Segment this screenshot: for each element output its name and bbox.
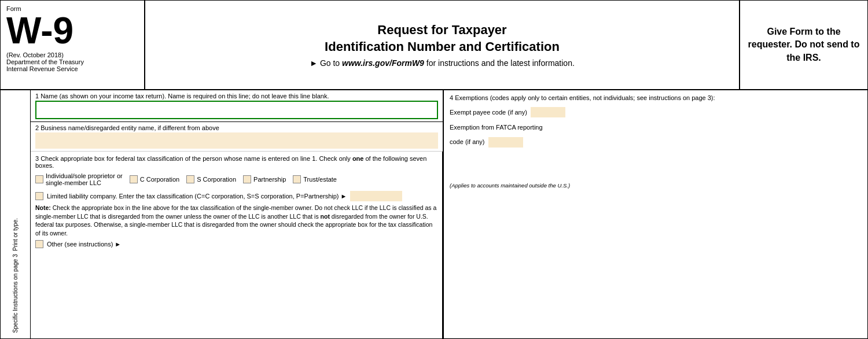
field1-row: 1 Name (as shown on your income tax retu… (31, 90, 443, 122)
note-text: Note: Check the appropriate box in the l… (35, 204, 437, 238)
exempt-row: Exempt payee code (if any) (450, 107, 862, 117)
rev-date: (Rev. October 2018) (6, 51, 138, 58)
main-title: Request for Taxpayer Identification Numb… (325, 22, 560, 55)
other-row: Other (see instructions) ► (35, 240, 437, 248)
checkbox-scorp: S Corporation (186, 175, 236, 183)
form-number: W-9 (6, 12, 138, 49)
dept-line2: Internal Revenue Service (6, 65, 138, 72)
checkbox-llc-box[interactable] (35, 192, 43, 200)
llc-label: Limited liability company. Enter the tax… (47, 193, 347, 200)
content-panel: 1 Name (as shown on your income tax retu… (1, 90, 867, 338)
section3: 3 Check appropriate box for federal tax … (31, 152, 443, 338)
other-label: Other (see instructions) ► (47, 241, 121, 248)
fatca-code-row: code (if any) (450, 137, 862, 148)
checkbox-individual-box[interactable] (35, 175, 43, 183)
header-right: Give Form to the requester. Do not send … (740, 1, 867, 89)
checkbox-individual-label: Individual/sole proprietor or single-mem… (46, 172, 123, 186)
llc-input[interactable] (350, 191, 402, 201)
checkbox-scorp-label: S Corporation (197, 176, 236, 183)
sidebar-text: Specific Instructions on page 3 Print or… (12, 218, 19, 333)
applies-note: (Applies to accounts maintained outside … (450, 182, 862, 189)
exempt-label: Exempt payee code (if any) (450, 109, 527, 116)
checkboxes-row: Individual/sole proprietor or single-mem… (35, 172, 437, 186)
fields-area: 1 Name (as shown on your income tax retu… (31, 90, 444, 338)
exempt-input[interactable] (531, 107, 565, 117)
form-header: Form W-9 (Rev. October 2018) Department … (1, 1, 867, 90)
checkbox-ccorp-label: C Corporation (140, 176, 179, 183)
side-label: Specific Instructions on page 3 Print or… (1, 90, 31, 338)
checkbox-other-box[interactable] (35, 240, 43, 248)
fatca-code-label: code (if any) (450, 138, 485, 146)
checkbox-trust-label: Trust/estate (303, 176, 337, 183)
field2-row: 2 Business name/disregarded entity name,… (31, 122, 443, 152)
header-left: Form W-9 (Rev. October 2018) Department … (1, 1, 145, 89)
checkbox-trust-box[interactable] (293, 175, 301, 183)
checkbox-partnership-box[interactable] (243, 175, 251, 183)
field2-input[interactable] (35, 132, 438, 149)
field1-label: 1 Name (as shown on your income tax retu… (35, 93, 438, 100)
checkbox-partnership: Partnership (243, 175, 286, 183)
fatca-section: Exemption from FATCA reporting code (if … (450, 123, 862, 147)
w9-form: Form W-9 (Rev. October 2018) Department … (0, 0, 868, 339)
checkbox-individual: Individual/sole proprietor or single-mem… (35, 172, 123, 186)
fatca-label: Exemption from FATCA reporting (450, 123, 862, 132)
header-center: Request for Taxpayer Identification Numb… (145, 1, 740, 89)
main-content: Specific Instructions on page 3 Print or… (1, 90, 867, 338)
section4-title: 4 Exemptions (codes apply only to certai… (450, 94, 862, 102)
llc-row: Limited liability company. Enter the tax… (35, 191, 437, 201)
checkbox-scorp-box[interactable] (186, 175, 194, 183)
give-form-text: Give Form to the requester. Do not send … (747, 25, 860, 64)
dept-line1: Department of the Treasury (6, 58, 138, 65)
subtitle: ► Go to www.irs.gov/FormW9 for instructi… (310, 58, 575, 68)
checkbox-partnership-label: Partnership (253, 176, 286, 183)
field2-label: 2 Business name/disregarded entity name,… (35, 124, 438, 131)
section3-title: 3 Check appropriate box for federal tax … (35, 155, 437, 169)
fatca-input[interactable] (488, 137, 523, 148)
section4-panel: 4 Exemptions (codes apply only to certai… (444, 90, 867, 338)
checkbox-ccorp-box[interactable] (130, 175, 138, 183)
checkbox-trust: Trust/estate (293, 175, 337, 183)
checkbox-ccorp: C Corporation (130, 175, 179, 183)
field1-input[interactable] (35, 101, 438, 119)
